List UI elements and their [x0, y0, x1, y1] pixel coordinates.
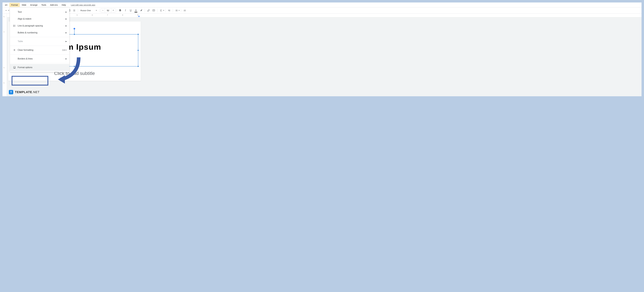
italic-button[interactable]: I	[123, 8, 128, 13]
menu-label: Align & indent	[18, 18, 66, 20]
separator	[173, 9, 173, 12]
menu-help[interactable]: Help	[60, 3, 68, 7]
resize-handle[interactable]	[74, 34, 75, 35]
separator	[100, 9, 100, 12]
ruler-mark: 6	[92, 14, 93, 16]
ruler-mark: 8	[122, 14, 123, 16]
decrease-font-button[interactable]: −	[101, 8, 105, 12]
svg-text:T: T	[14, 49, 15, 51]
menu-format[interactable]: Format	[10, 3, 20, 7]
ruler-indent-marker[interactable]	[138, 15, 140, 17]
resize-handle[interactable]	[74, 66, 75, 67]
bold-button[interactable]: B	[118, 8, 123, 13]
ruler-mark: 1	[3, 31, 5, 32]
bulleted-list-button[interactable]	[174, 8, 179, 13]
submenu-arrow-icon: ▶	[66, 25, 67, 27]
canvas-area: 2 1 1 2 1 2 3 4 5 6 7 8 9	[2, 13, 642, 96]
svg-point-8	[176, 11, 176, 11]
ruler-mark: 1	[3, 67, 5, 68]
format-options-icon	[12, 66, 16, 69]
svg-rect-14	[14, 68, 15, 68]
menu-item-clear-formatting[interactable]: TClear formattingCtrl+\	[10, 47, 69, 53]
submenu-arrow-icon: ▶	[66, 58, 67, 60]
chevron-down-icon: ▼	[8, 10, 10, 11]
svg-text:3: 3	[184, 10, 184, 11]
menu-arrange[interactable]: Arrange	[28, 3, 39, 7]
menu-item-bullets[interactable]: Bullets & numbering▶	[10, 29, 69, 36]
edit-status[interactable]: Last edit was seconds ago	[71, 4, 95, 6]
submenu-arrow-icon: ▶	[66, 18, 67, 20]
resize-handle[interactable]	[138, 34, 139, 35]
ruler-mark: 5	[77, 14, 78, 16]
numbered-list-button[interactable]: 123	[182, 8, 187, 13]
svg-point-7	[176, 10, 176, 11]
toolbar-button[interactable]	[4, 8, 8, 13]
horizontal-ruler: 1 2 3 4 5 6 7 8 9	[7, 13, 642, 17]
menu-tools[interactable]: Tools	[40, 3, 48, 7]
menu-label: Clear formatting	[18, 49, 62, 51]
menu-item-text[interactable]: Text▶	[10, 8, 69, 15]
line-spacing-icon	[12, 24, 16, 27]
slide-background[interactable]: Lorem Ipsum Click to add subtitle	[7, 17, 642, 96]
font-size-input[interactable]	[105, 8, 111, 12]
menubar: ert Format Slide Arrange Tools Add-ons H…	[2, 2, 642, 7]
align-button[interactable]	[158, 8, 164, 13]
rotate-line	[74, 29, 74, 34]
watermark-icon: T	[9, 90, 13, 94]
ruler-mark: 2	[3, 83, 5, 83]
separator	[157, 9, 158, 12]
menu-separator	[10, 37, 69, 37]
submenu-arrow-icon: ▶	[66, 11, 67, 13]
menu-label: Table	[18, 40, 66, 43]
highlight-button[interactable]	[139, 8, 144, 13]
ruler-mark: 7	[107, 14, 108, 16]
separator	[145, 9, 145, 12]
theme-icon[interactable]	[72, 8, 77, 13]
link-button[interactable]	[146, 8, 151, 13]
menu-item-line-spacing[interactable]: Line & paragraph spacing▶	[10, 22, 69, 29]
menu-item-borders-lines[interactable]: Borders & lines▶	[10, 55, 69, 62]
menu-item-table: Table▶	[10, 38, 69, 45]
submenu-arrow-icon: ▶	[66, 32, 67, 34]
watermark-text: TEMPLATE.NET	[15, 90, 40, 94]
menu-slide[interactable]: Slide	[20, 3, 28, 7]
app-window: ert Format Slide Arrange Tools Add-ons H…	[2, 2, 642, 96]
rotate-handle[interactable]	[74, 28, 75, 29]
submenu-arrow-icon: ▶	[66, 40, 67, 42]
menu-label: Borders & lines	[18, 57, 66, 60]
underline-button[interactable]: U	[128, 8, 133, 13]
text-color-button[interactable]: A	[134, 8, 138, 13]
menu-item-align-indent[interactable]: Align & indent▶	[10, 15, 69, 22]
chevron-down-icon: ▼	[96, 10, 97, 11]
menu-label: Format options	[18, 66, 67, 69]
menu-label: Text	[18, 11, 66, 13]
watermark: T TEMPLATE.NET	[9, 90, 40, 94]
font-size-stepper: − +	[101, 8, 115, 12]
comment-button[interactable]	[151, 8, 156, 13]
menu-addons[interactable]: Add-ons	[48, 3, 60, 7]
ruler-mark: 2	[3, 16, 5, 17]
clear-format-icon: T	[12, 49, 16, 51]
toolbar: ▼ Russo One ▼ − + B I U A ▼ ▼ 123	[2, 7, 642, 13]
menu-shortcut: Ctrl+\	[62, 49, 67, 51]
format-dropdown: Text▶ Align & indent▶ Line & paragraph s…	[10, 7, 69, 72]
menu-item-format-options[interactable]: Format options	[10, 64, 69, 71]
line-spacing-button[interactable]	[167, 8, 172, 13]
font-name: Russo One	[80, 9, 91, 11]
menu-insert[interactable]: ert	[3, 3, 10, 7]
chevron-down-icon: ▼	[163, 10, 164, 11]
menu-separator	[10, 63, 69, 63]
chevron-down-icon: ▼	[178, 10, 180, 11]
separator	[78, 9, 78, 12]
menu-label: Bullets & numbering	[18, 31, 66, 34]
resize-handle[interactable]	[138, 66, 139, 67]
increase-font-button[interactable]: +	[111, 8, 115, 12]
menu-label: Line & paragraph spacing	[18, 24, 66, 27]
vertical-ruler: 2 1 1 2	[2, 13, 7, 96]
svg-point-6	[176, 10, 176, 10]
font-select[interactable]: Russo One ▼	[79, 9, 98, 11]
